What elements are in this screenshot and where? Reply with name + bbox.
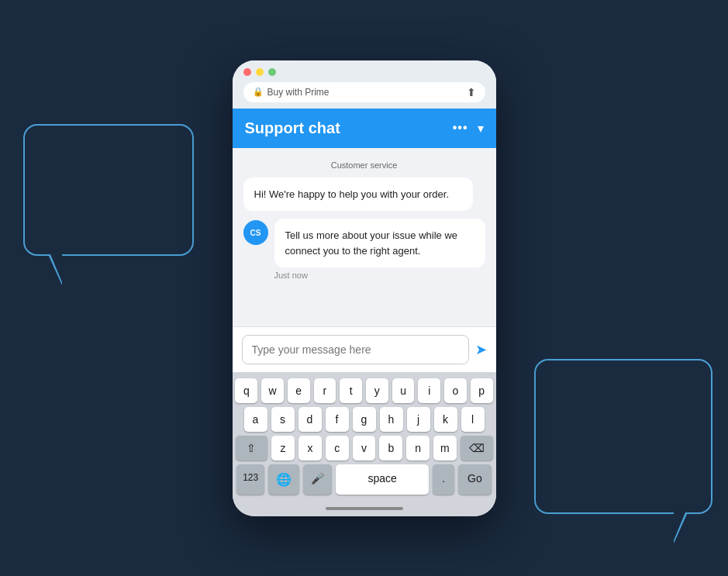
browser-bar: 🔒 Buy with Prime ⬆ xyxy=(233,60,496,109)
dot-yellow[interactable] xyxy=(256,68,264,76)
key-l[interactable]: l xyxy=(461,407,485,432)
browser-dots xyxy=(243,68,485,76)
lock-icon: 🔒 xyxy=(253,87,264,97)
key-h[interactable]: h xyxy=(380,407,403,432)
agent-label: Customer service xyxy=(243,160,485,170)
num-key[interactable]: 123 xyxy=(236,464,264,495)
message-bubble-2: Tell us more about your issue while we c… xyxy=(274,219,485,267)
address-text: Buy with Prime xyxy=(267,87,329,98)
chat-header-actions: ••• ▾ xyxy=(453,121,484,136)
key-b[interactable]: b xyxy=(379,436,402,460)
key-y[interactable]: y xyxy=(366,378,388,403)
key-e[interactable]: e xyxy=(288,378,310,403)
key-o[interactable]: o xyxy=(444,378,467,403)
home-indicator xyxy=(233,502,496,516)
mic-icon[interactable]: 🎤 xyxy=(303,464,332,495)
message-input[interactable] xyxy=(242,335,469,364)
key-w[interactable]: w xyxy=(261,378,284,403)
key-d[interactable]: d xyxy=(298,407,322,432)
space-key[interactable]: space xyxy=(336,464,429,495)
key-j[interactable]: j xyxy=(407,407,430,432)
key-t[interactable]: t xyxy=(340,378,362,403)
chat-body: Customer service Hi! We're happy to help… xyxy=(233,148,496,326)
speech-bubble-left xyxy=(23,124,194,256)
keyboard: q w e r t y u i o p a s d f g h j k l ⇧ … xyxy=(233,372,496,502)
address-left: 🔒 Buy with Prime xyxy=(253,87,329,98)
go-key[interactable]: Go xyxy=(458,464,492,495)
keyboard-row-2: a s d f g h j k l xyxy=(236,407,493,432)
browser-address: 🔒 Buy with Prime ⬆ xyxy=(243,82,485,102)
key-i[interactable]: i xyxy=(418,378,440,403)
delete-key[interactable]: ⌫ xyxy=(461,436,493,460)
shift-key[interactable]: ⇧ xyxy=(236,436,268,460)
chat-header: Support chat ••• ▾ xyxy=(233,109,496,148)
message-bubble-1: Hi! We're happy to help you with your or… xyxy=(243,178,473,212)
cs-avatar: CS xyxy=(243,220,268,245)
keyboard-row-3: ⇧ z x c v b n m ⌫ xyxy=(236,436,493,460)
input-area: ➤ xyxy=(233,326,496,372)
speech-bubble-right xyxy=(534,359,712,514)
phone-mockup: 🔒 Buy with Prime ⬆ Support chat ••• ▾ Cu… xyxy=(233,60,496,516)
key-u[interactable]: u xyxy=(392,378,415,403)
keyboard-row-1: q w e r t y u i o p xyxy=(236,378,493,403)
key-s[interactable]: s xyxy=(271,407,295,432)
chat-title: Support chat xyxy=(245,119,340,137)
chevron-down-icon[interactable]: ▾ xyxy=(478,121,484,136)
key-a[interactable]: a xyxy=(244,407,267,432)
key-f[interactable]: f xyxy=(326,407,349,432)
key-r[interactable]: r xyxy=(314,378,336,403)
globe-icon[interactable]: 🌐 xyxy=(268,464,299,495)
message-timestamp: Just now xyxy=(274,271,485,280)
send-icon[interactable]: ➤ xyxy=(475,341,487,358)
key-n[interactable]: n xyxy=(406,436,430,460)
key-c[interactable]: c xyxy=(326,436,349,460)
dot-green[interactable] xyxy=(268,68,276,76)
key-g[interactable]: g xyxy=(353,407,376,432)
home-bar xyxy=(326,507,403,510)
share-icon[interactable]: ⬆ xyxy=(467,86,476,98)
message-row-2: CS Tell us more about your issue while w… xyxy=(243,219,485,267)
key-m[interactable]: m xyxy=(433,436,457,460)
key-k[interactable]: k xyxy=(434,407,457,432)
dot-red[interactable] xyxy=(243,68,251,76)
key-q[interactable]: q xyxy=(235,378,257,403)
key-v[interactable]: v xyxy=(353,436,376,460)
key-z[interactable]: z xyxy=(271,436,295,460)
period-key[interactable]: . xyxy=(433,464,454,495)
keyboard-bottom-row: 123 🌐 🎤 space . Go xyxy=(236,464,493,495)
key-x[interactable]: x xyxy=(298,436,322,460)
more-options-icon[interactable]: ••• xyxy=(453,121,468,135)
key-p[interactable]: p xyxy=(471,378,493,403)
